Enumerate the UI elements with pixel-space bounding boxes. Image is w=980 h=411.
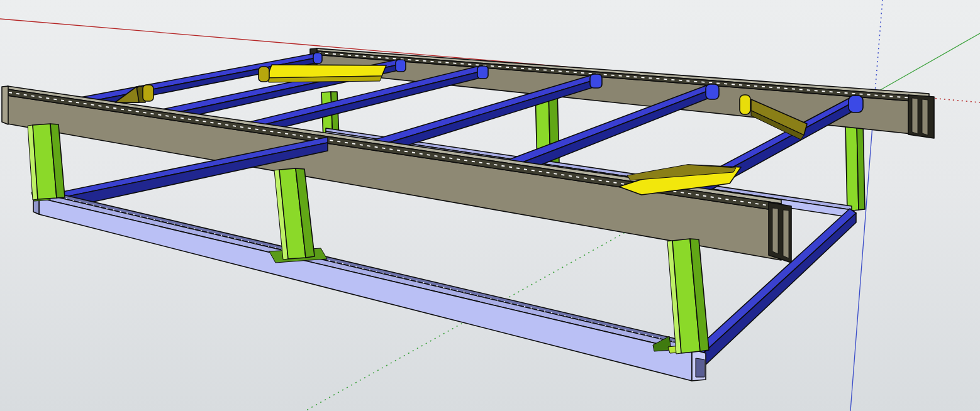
axis-green-solid bbox=[875, 33, 980, 93]
joist-tab-2[interactable] bbox=[396, 60, 406, 72]
axis-blue-dotted-up bbox=[875, 0, 883, 93]
girder-near-right-cap-bar2[interactable] bbox=[783, 210, 789, 258]
joist-tab-5[interactable] bbox=[706, 84, 719, 99]
rail-corner-shadow[interactable] bbox=[696, 358, 704, 377]
girder-near-right-cap-bar1[interactable] bbox=[772, 208, 778, 254]
joist-tab-1[interactable] bbox=[313, 53, 322, 63]
gusset-back-left-plate[interactable] bbox=[267, 65, 386, 78]
joist-tab-6[interactable] bbox=[849, 96, 863, 112]
joist-tab-4[interactable] bbox=[590, 74, 602, 88]
joist-tab-3[interactable] bbox=[477, 66, 488, 79]
gusset-left-tab[interactable] bbox=[143, 85, 153, 101]
girder-near-left-cap[interactable] bbox=[2, 86, 8, 124]
girder-far-right-cap-bar2[interactable] bbox=[922, 99, 928, 135]
axis-red-dotted bbox=[931, 98, 980, 102]
gusset-back-right-tab[interactable] bbox=[740, 95, 750, 114]
girder-far-right-cap-bar1[interactable] bbox=[912, 98, 918, 134]
scene-canvas[interactable] bbox=[0, 0, 980, 411]
gusset-back-left-tab[interactable] bbox=[259, 67, 269, 82]
leg-back-right-side[interactable] bbox=[857, 121, 865, 210]
modeling-viewport[interactable] bbox=[0, 0, 980, 411]
